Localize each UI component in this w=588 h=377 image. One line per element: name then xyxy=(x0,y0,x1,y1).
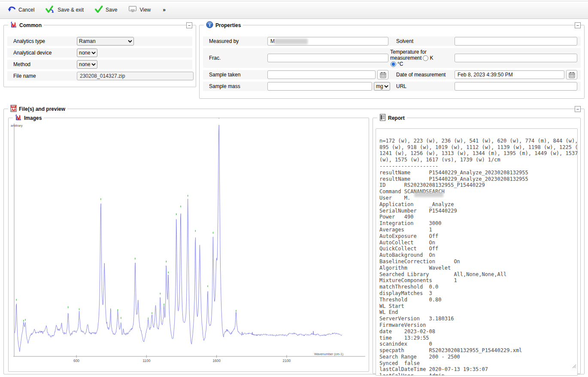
frac-input[interactable] xyxy=(267,54,388,62)
common-panel-legend: Common xyxy=(8,21,44,29)
calendar-icon xyxy=(380,72,386,78)
measured-by-input[interactable] xyxy=(267,37,388,46)
cancel-button[interactable]: Cancel xyxy=(8,6,34,14)
x-tick-label: 2100 xyxy=(282,359,291,363)
url-input[interactable] xyxy=(455,82,577,91)
svg-text:PDF: PDF xyxy=(12,106,15,108)
pdf-file-icon: PDF xyxy=(10,105,17,113)
sample-taken-input[interactable] xyxy=(267,70,376,79)
analytics-type-select[interactable]: Raman xyxy=(77,37,134,46)
check-exit-icon xyxy=(45,6,55,15)
temperature-unit-c-radio[interactable] xyxy=(391,61,396,67)
sample-mass-label: Sample mass xyxy=(203,83,267,89)
sample-taken-label: Sample taken xyxy=(203,72,267,78)
save-and-exit-button[interactable]: Save & exit xyxy=(45,6,84,15)
view-button[interactable]: View xyxy=(128,6,151,14)
measured-by-solvent-row: Measured by Solvent xyxy=(203,36,581,46)
analytical-device-select[interactable]: none xyxy=(77,49,97,57)
double-chevron-icon: » xyxy=(163,7,166,13)
y-axis-label: arbitrary xyxy=(11,124,23,128)
solvent-input[interactable] xyxy=(455,37,577,46)
files-panel-legend: PDF File(s) and preview xyxy=(8,105,67,113)
url-label: URL xyxy=(390,83,455,89)
analytics-type-row: Analytics type Raman xyxy=(7,36,192,46)
spectrum-line xyxy=(15,125,342,352)
images-panel: Images 600110016002100Wavenumber (cm-1)a… xyxy=(8,118,369,372)
resize-grip[interactable] xyxy=(572,364,576,370)
spectrum-icon xyxy=(10,21,17,29)
x-tick-label: 1600 xyxy=(212,359,221,363)
report-document-icon xyxy=(379,114,386,122)
info-icon: i xyxy=(206,21,213,30)
calendar-icon xyxy=(569,72,575,78)
svg-text:i: i xyxy=(209,22,210,27)
sample-mass-url-row: Sample mass mg URL xyxy=(203,82,581,91)
images-panel-legend: Images xyxy=(13,114,44,122)
temperature-label: Temperature for measurement K °C xyxy=(390,49,455,67)
files-and-preview-panel: PDF File(s) and preview − Images 6001100… xyxy=(3,109,585,374)
raman-spectrum-chart: 600110016002100Wavenumber (cm-1)arbitrar… xyxy=(9,118,369,371)
spectrum-icon xyxy=(15,114,22,122)
sample-taken-calendar-button[interactable] xyxy=(377,70,388,79)
common-panel: Common − Analytics type Raman Analytical… xyxy=(3,25,196,87)
file-name-label: File name xyxy=(7,73,77,79)
x-tick-label: 1100 xyxy=(142,359,151,363)
method-label: Method xyxy=(7,61,77,67)
sample-mass-unit-select[interactable]: mg xyxy=(374,82,390,91)
method-select[interactable]: none xyxy=(77,60,97,69)
properties-panel-legend: i Properties xyxy=(204,21,243,30)
sample-mass-input[interactable] xyxy=(267,82,372,91)
analytical-device-row: Analytical device none xyxy=(7,48,192,58)
x-axis-label: Wavenumber (cm-1) xyxy=(314,352,344,356)
report-textarea[interactable] xyxy=(376,128,578,376)
date-of-measurement-label: Date of measurement xyxy=(390,72,455,78)
solvent-label: Solvent xyxy=(390,38,455,44)
sample-taken-date-row: Sample taken Date of measurement xyxy=(203,70,581,79)
analytical-device-label: Analytical device xyxy=(7,50,77,56)
x-tick-label: 600 xyxy=(73,359,79,363)
toolbar: Cancel Save & exit Save View » xyxy=(0,1,588,19)
date-of-measurement-input[interactable] xyxy=(455,70,564,79)
collapse-files-button[interactable]: − xyxy=(575,106,581,112)
save-button[interactable]: Save xyxy=(95,6,117,14)
analytics-type-label: Analytics type xyxy=(7,38,77,44)
collapse-properties-button[interactable]: − xyxy=(575,22,581,28)
undo-icon xyxy=(8,6,16,14)
temperature-unit-k-radio[interactable] xyxy=(423,55,428,61)
report-panel: Report xyxy=(373,118,581,374)
temperature-input[interactable] xyxy=(455,54,577,62)
date-of-measurement-calendar-button[interactable] xyxy=(566,70,577,79)
measured-by-label: Measured by xyxy=(203,38,267,44)
viewer-icon xyxy=(128,6,137,14)
file-name-input[interactable] xyxy=(77,72,194,80)
properties-panel: i Properties − Measured by Solvent Frac.… xyxy=(199,25,585,99)
more-tools-button[interactable]: » xyxy=(163,7,166,13)
file-name-row: File name xyxy=(7,71,192,81)
report-panel-legend: Report xyxy=(377,114,407,122)
method-row: Method none xyxy=(7,60,192,69)
frac-label: Frac. xyxy=(203,55,267,61)
check-icon xyxy=(95,6,103,14)
collapse-common-button[interactable]: − xyxy=(186,22,192,28)
frac-temperature-row: Frac. Temperature for measurement K °C xyxy=(203,48,581,68)
